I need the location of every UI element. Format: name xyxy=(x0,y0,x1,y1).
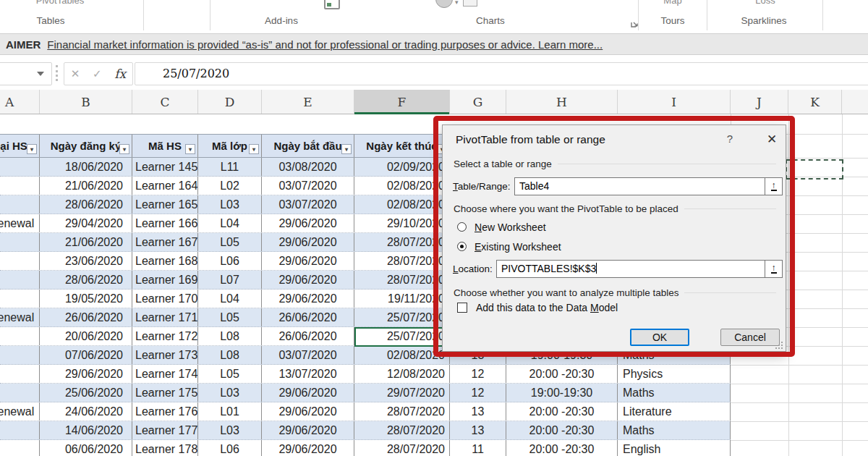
table-cell[interactable]: L07 xyxy=(198,271,262,289)
cancel-icon[interactable]: ✕ xyxy=(71,67,80,80)
table-cell[interactable]: L03 xyxy=(198,421,262,439)
data-model-checkbox-label[interactable]: Add this data to the Data Model xyxy=(476,302,618,313)
formula-bar-handle[interactable] xyxy=(56,65,58,81)
table-cell[interactable] xyxy=(0,177,40,195)
table-cell[interactable]: 26/06/2020 xyxy=(262,327,354,345)
table-cell[interactable]: Literature xyxy=(618,402,731,421)
table-cell[interactable]: 02/08/2020 xyxy=(354,195,450,214)
table-cell[interactable]: Learner 175 xyxy=(132,384,198,402)
table-cell[interactable]: 12 xyxy=(450,384,506,402)
table-cell[interactable] xyxy=(0,440,40,456)
radio-new-worksheet-label[interactable]: New Worksheet xyxy=(475,221,546,233)
filter-button[interactable]: ▾ xyxy=(185,144,195,154)
table-cell[interactable]: 29/06/2020 xyxy=(262,402,354,421)
column-header-F[interactable]: F xyxy=(354,90,450,114)
table-cell[interactable]: 13 xyxy=(450,402,506,421)
table-cell[interactable]: Maths xyxy=(618,421,731,439)
table-cell[interactable]: 29/06/2020 xyxy=(262,290,354,308)
table-cell[interactable]: 19:00-19:30 xyxy=(506,384,618,402)
table-cell[interactable]: L01 xyxy=(198,402,262,421)
table-cell[interactable]: 02/09/2020 xyxy=(354,158,450,176)
table-cell[interactable]: 28/07/2020 xyxy=(354,421,450,439)
table-cell[interactable]: Maths xyxy=(618,384,731,402)
table-cell[interactable]: 12/08/2020 xyxy=(354,365,450,383)
table-cell[interactable] xyxy=(0,271,40,289)
radio-new-worksheet[interactable] xyxy=(457,222,467,232)
cancel-button[interactable]: Cancel xyxy=(720,329,780,346)
column-header-E[interactable]: E xyxy=(262,90,354,114)
range-select-button[interactable]: ↑ xyxy=(765,178,782,195)
table-cell[interactable]: 03/07/2020 xyxy=(262,346,354,364)
table-cell[interactable]: Renewal xyxy=(0,214,40,232)
radio-existing-worksheet-label[interactable]: Existing Worksheet xyxy=(475,241,561,253)
table-cell[interactable]: Learner 177 xyxy=(132,421,198,439)
table-cell[interactable]: L03 xyxy=(198,384,262,402)
column-header-H[interactable]: H xyxy=(506,90,618,114)
table-cell[interactable]: 28/06/2020 xyxy=(40,195,132,214)
table-cell[interactable]: 12 xyxy=(450,365,506,383)
table-cell[interactable]: 20/06/2020 xyxy=(40,327,132,345)
table-cell[interactable]: L05 xyxy=(198,308,262,326)
recommended-charts-icon[interactable] xyxy=(463,0,477,7)
table-cell[interactable]: 20:00 -20:30 xyxy=(506,365,618,383)
table-cell[interactable]: English xyxy=(618,440,731,456)
table-cell[interactable]: Learner 168 xyxy=(132,252,198,270)
table-cell[interactable]: 28/07/2020 xyxy=(354,252,450,270)
table-cell[interactable]: 20:00 -20:30 xyxy=(506,421,618,439)
column-header-J[interactable]: J xyxy=(731,90,788,114)
table-cell[interactable]: 28/07/2020 xyxy=(354,440,450,456)
table-cell[interactable]: 11 xyxy=(450,440,506,456)
table-cell[interactable]: Learner 145 xyxy=(132,158,198,176)
table-cell[interactable]: L02 xyxy=(198,177,262,195)
table-cell[interactable] xyxy=(0,327,40,345)
table-cell[interactable]: L08 xyxy=(198,346,262,364)
table-cell[interactable]: 03/08/2020 xyxy=(262,158,354,176)
radio-existing-worksheet[interactable] xyxy=(457,242,467,251)
table-cell[interactable]: 28/07/2020 xyxy=(354,271,450,289)
table-cell[interactable]: 03/07/2020 xyxy=(262,195,354,214)
table-cell[interactable]: 29/06/2020 xyxy=(262,421,354,439)
table-cell[interactable]: Learner 169 xyxy=(132,271,198,289)
table-cell[interactable]: 25/06/2020 xyxy=(40,384,132,402)
table-cell[interactable]: L04 xyxy=(198,290,262,308)
table-header-cell[interactable]: Mã lớp▾ xyxy=(198,135,262,157)
table-header-cell[interactable]: Loại HS▾ xyxy=(0,135,40,157)
table-cell[interactable]: 26/06/2020 xyxy=(40,308,132,326)
table-cell[interactable]: L06 xyxy=(198,252,262,270)
table-cell[interactable]: L06 xyxy=(198,440,262,456)
table-cell[interactable]: 28/07/2020 xyxy=(354,233,450,251)
table-cell[interactable]: Learner 166 xyxy=(132,214,198,232)
table-cell[interactable]: 06/06/2020 xyxy=(40,440,132,456)
table-cell[interactable] xyxy=(0,252,40,270)
table-cell[interactable]: Learner 178 xyxy=(132,440,198,456)
table-cell[interactable]: 19/11/2020 xyxy=(354,290,450,308)
table-cell[interactable]: 23/06/2020 xyxy=(40,252,132,270)
table-cell[interactable]: 29/04/2020 xyxy=(40,214,132,232)
table-cell[interactable]: L03 xyxy=(198,195,262,214)
table-cell[interactable]: 20:00 -20:30 xyxy=(506,440,618,456)
filter-button[interactable]: ▾ xyxy=(341,144,352,154)
table-cell[interactable]: 21/06/2020 xyxy=(40,233,132,251)
column-header-B[interactable]: B xyxy=(40,90,132,114)
table-header-cell[interactable]: Ngày đăng ký▾ xyxy=(40,135,132,157)
table-cell[interactable]: Physics xyxy=(618,365,731,383)
table-header-cell[interactable]: Mã HS▾ xyxy=(132,135,198,157)
formula-input[interactable]: 25/07/2020 xyxy=(135,62,868,85)
winloss-button-fragment[interactable]: Loss xyxy=(747,0,783,6)
table-cell[interactable]: 24/06/2020 xyxy=(40,402,132,421)
name-box[interactable] xyxy=(0,62,52,85)
table-cell[interactable]: Learner 167 xyxy=(132,233,198,251)
table-cell[interactable]: 29/06/2020 xyxy=(262,233,354,251)
table-cell[interactable] xyxy=(0,346,40,364)
table-cell[interactable]: Learner 171 xyxy=(132,308,198,326)
data-model-checkbox[interactable] xyxy=(457,303,467,313)
filter-button[interactable]: ▾ xyxy=(249,144,259,154)
table-cell[interactable]: 29/06/2020 xyxy=(262,384,354,402)
column-header-I[interactable]: I xyxy=(618,90,731,114)
ok-button[interactable]: OK xyxy=(630,329,689,346)
map-button-fragment[interactable]: Map xyxy=(655,0,691,6)
people-graph-icon[interactable] xyxy=(435,0,453,8)
table-cell[interactable]: 28/06/2020 xyxy=(40,271,132,289)
table-cell[interactable]: 20:00 -20:30 xyxy=(506,402,618,421)
table-cell[interactable]: 19/05/2020 xyxy=(40,290,132,308)
